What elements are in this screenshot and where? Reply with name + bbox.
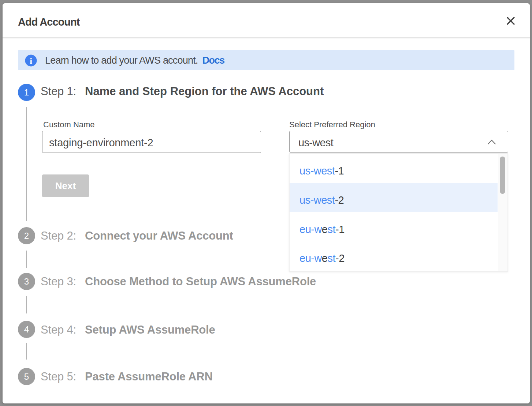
svg-text:i: i — [30, 56, 32, 65]
